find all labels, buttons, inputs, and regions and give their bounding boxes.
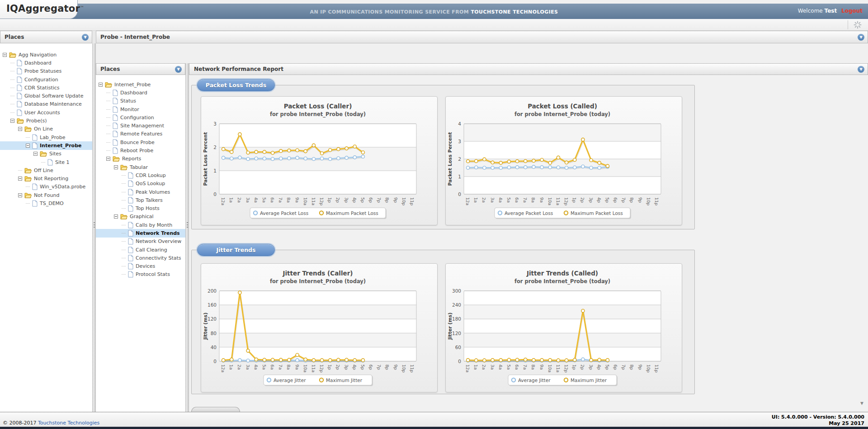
tree-item-site-1[interactable]: Site 1 [0,158,92,166]
file-icon [113,98,118,104]
svg-text:7p: 7p [377,197,382,203]
tree-item-not-reporting[interactable]: Not Reporting [0,174,92,182]
loading-spinner-icon [854,21,862,31]
svg-text:1p: 1p [327,364,332,370]
svg-text:0: 0 [458,191,461,197]
tree-item-global-software-update[interactable]: Global Software Update [0,92,92,100]
expand-toggle-icon[interactable] [18,127,22,131]
svg-text:11a: 11a [556,364,561,373]
tree-connector [122,274,126,275]
tree-item-status[interactable]: Status [96,97,185,105]
tree-item-user-accounts[interactable]: User Accounts [0,108,92,117]
tree-item-not-found[interactable]: Not Found [0,191,92,199]
svg-text:80: 80 [211,331,217,336]
tree-item-dashboard[interactable]: Dashboard [0,59,92,67]
expand-toggle-icon[interactable] [26,144,30,148]
banner-brand: Touchstone Technologies [471,9,558,15]
tree-item-top-hosts[interactable]: Top Hosts [96,204,185,212]
expand-toggle-icon[interactable] [18,193,22,197]
tree-item-calls-by-month[interactable]: Calls by Month [96,221,185,229]
collapse-probe-icon[interactable]: ▼ [858,34,864,41]
expand-toggle-icon[interactable] [114,165,118,169]
tree-item-configuration[interactable]: Configuration [96,113,185,121]
tree-item-monitor[interactable]: Monitor [96,105,185,113]
tree-item-probe-s[interactable]: Probe(s) [0,117,92,125]
expand-toggle-icon[interactable] [18,177,22,181]
inner-places-title: Places [100,66,120,72]
tree-connector [122,241,126,242]
packet-loss-caller-chart: Packet Loss (Caller)for probe Internet_P… [201,97,437,228]
collapse-places-icon[interactable]: ▼ [82,34,89,41]
tree-item-reports[interactable]: Reports [96,155,185,163]
scroll-down-arrow[interactable]: ▼ [860,401,863,406]
svg-text:Average Jitter: Average Jitter [518,378,551,383]
packet-loss-trends-pill[interactable]: Packet Loss Trends [197,79,275,91]
logout-link[interactable]: Logout [841,8,863,14]
tree-item-call-clearing[interactable]: Call Clearing [96,246,185,254]
svg-text:3p: 3p [589,364,594,370]
svg-text:8p: 8p [385,197,390,203]
tree-item-dashboard[interactable]: Dashboard [96,89,185,97]
jitter-trends-pill[interactable]: Jitter Trends [197,244,275,256]
tree-item-database-maintenance[interactable]: Database Maintenance [0,100,92,108]
tree-item-on-line[interactable]: On Line [0,125,92,133]
tree-item-cdr-lookup[interactable]: CDR Lookup [96,171,185,179]
company-link[interactable]: Touchstone Technologies [38,420,99,426]
tree-item-lab-probe[interactable]: Lab_Probe [0,133,92,141]
tree-item-connectivity-stats[interactable]: Connectivity Stats [96,254,185,262]
tree-item-graphical[interactable]: Graphical [96,213,185,221]
tree-item-win-v5data-probe[interactable]: Win_v5Data.probe [0,183,92,191]
splitter-inner[interactable] [185,63,189,412]
tree-item-label: Database Maintenance [24,101,82,107]
version-text: UI: 5.4.0.000 - Version: 5.4.0.000 [772,414,864,420]
expand-toggle-icon[interactable] [10,119,14,123]
tree-item-peak-volumes[interactable]: Peak Volumes [96,188,185,196]
tree-item-off-line[interactable]: Off Line [0,166,92,174]
tree-item-label: Connectivity Stats [136,255,181,261]
expand-toggle-icon[interactable] [114,214,118,219]
tree-item-agg-navigation[interactable]: Agg Navigation [0,51,92,59]
tree-connector [18,170,22,171]
svg-text:2p: 2p [335,364,340,370]
file-icon [17,84,22,91]
tree-item-network-trends[interactable]: Network Trends [96,229,185,237]
expand-toggle-icon[interactable] [99,83,103,87]
expand-toggle-icon[interactable] [3,53,7,57]
tree-item-reboot-probe[interactable]: Reboot Probe [96,146,185,154]
file-icon [113,147,118,154]
tree-item-remote-features[interactable]: Remote Features [96,130,185,138]
splitter-grip[interactable] [187,222,188,228]
tree-item-internet-probe[interactable]: Internet_Probe [0,141,92,149]
splitter-left[interactable] [92,43,96,412]
collapse-inner-places-icon[interactable]: ▼ [175,66,182,73]
svg-text:0: 0 [213,359,217,364]
tree-item-internet-probe[interactable]: Internet_Probe [96,80,185,89]
tree-connector [41,162,45,163]
tree-item-cdr-statistics[interactable]: CDR Statistics [0,84,92,92]
tree-item-bounce-probe[interactable]: Bounce Probe [96,138,185,146]
svg-text:6a: 6a [514,197,519,203]
tree-item-probe-statuses[interactable]: Probe Statuses [0,67,92,75]
svg-text:9a: 9a [539,364,544,370]
splitter-grip[interactable] [94,222,95,228]
tree-item-network-overview[interactable]: Network Overview [96,238,185,246]
expand-toggle-icon[interactable] [106,157,110,161]
expand-toggle-icon[interactable] [33,152,38,156]
tree-item-site-management[interactable]: Site Management [96,121,185,130]
tree-item-qos-lookup[interactable]: QoS Lookup [96,180,185,188]
tree-item-tabular[interactable]: Tabular [96,163,185,171]
folder-icon [24,176,32,182]
svg-text:2p: 2p [335,197,340,203]
tree-item-label: Internet_Probe [114,82,151,88]
collapse-report-icon[interactable]: ▼ [858,66,864,73]
tree-item-configuration[interactable]: Configuration [0,75,92,84]
tree-item-ts-demo[interactable]: TS_DEMO [0,199,92,207]
tree-item-devices[interactable]: Devices [96,262,185,270]
tree-item-top-talkers[interactable]: Top Talkers [96,196,185,204]
file-icon [128,263,133,270]
file-icon [128,205,133,212]
tree-item-protocol-stats[interactable]: Protocol Stats [96,270,185,279]
collapsed-group-pill[interactable] [191,407,240,412]
tree-item-label: Probe Statuses [24,68,61,74]
tree-item-sites[interactable]: Sites [0,150,92,158]
